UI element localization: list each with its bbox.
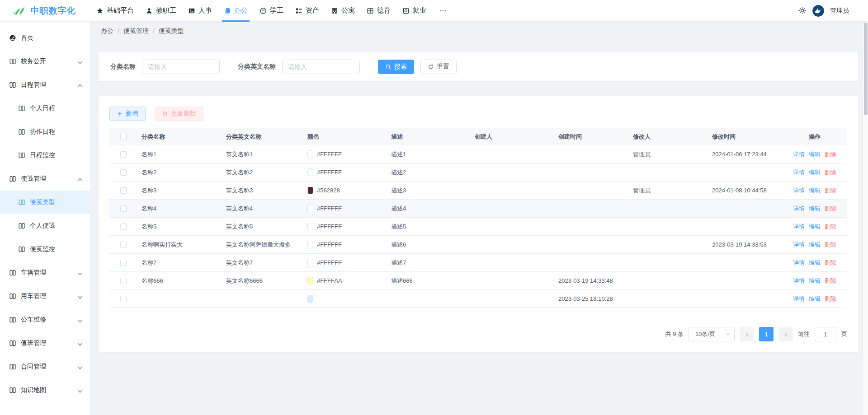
edit-link[interactable]: 编辑 xyxy=(809,277,821,285)
row-checkbox[interactable] xyxy=(120,278,127,284)
row-checkbox[interactable] xyxy=(120,169,127,176)
row-checkbox[interactable] xyxy=(120,151,127,158)
edit-link[interactable]: 编辑 xyxy=(809,150,821,159)
search-button[interactable]: 搜索 xyxy=(378,60,414,74)
row-checkbox[interactable] xyxy=(120,296,127,302)
color-swatch xyxy=(307,241,313,248)
nav-item-assets[interactable]: 资产 xyxy=(289,0,325,21)
delete-link[interactable]: 删除 xyxy=(825,295,836,303)
nav-item-apartment[interactable]: 公寓 xyxy=(325,0,361,21)
sidebar-item-duty-mgmt[interactable]: 值班管理 xyxy=(0,331,90,355)
nav-label: 资产 xyxy=(306,6,319,15)
delete-link[interactable]: 删除 xyxy=(825,223,836,231)
nav-item-hr[interactable]: 人事 xyxy=(182,0,218,21)
delete-link[interactable]: 删除 xyxy=(825,205,836,213)
nav-item-students[interactable]: 学工 xyxy=(254,0,289,21)
add-button[interactable]: 新增 xyxy=(109,107,146,121)
sidebar-item-school-affairs[interactable]: 校务公开 xyxy=(0,50,90,73)
sidebar-item-home[interactable]: 首页 xyxy=(0,26,90,50)
batch-delete-button[interactable]: 批量删除 xyxy=(155,107,203,121)
settings-gear-icon[interactable] xyxy=(798,6,807,15)
tree-list-icon xyxy=(295,7,302,14)
brand-logo[interactable]: 中职数字化 xyxy=(0,5,90,17)
sidebar-item-memo-monitor[interactable]: 便笺监控 xyxy=(0,238,90,261)
detail-link[interactable]: 详情 xyxy=(793,259,805,267)
delete-link[interactable]: 删除 xyxy=(825,277,836,285)
delete-link[interactable]: 删除 xyxy=(825,150,836,159)
row-checkbox[interactable] xyxy=(120,260,127,266)
detail-link[interactable]: 详情 xyxy=(793,277,805,285)
nav-item-staff[interactable]: 教职工 xyxy=(140,0,182,21)
nav-item-office[interactable]: 办公 xyxy=(218,0,254,21)
sidebar-item-memo-type[interactable]: 便笺类型 xyxy=(0,191,90,214)
sidebar-item-memo-mgmt[interactable]: 便笺管理 xyxy=(0,167,90,191)
sidebar-item-knowledge-map[interactable]: 知识地图 xyxy=(0,378,90,402)
page-number-1[interactable]: 1 xyxy=(759,327,774,341)
sidebar-item-personal-memo[interactable]: 个人便笺 xyxy=(0,214,90,238)
edit-link[interactable]: 编辑 xyxy=(809,205,821,213)
sidebar-item-car-use-mgmt[interactable]: 用车管理 xyxy=(0,284,90,308)
delete-link[interactable]: 删除 xyxy=(825,187,836,195)
book-icon xyxy=(18,246,25,253)
sidebar-item-schedule-mgmt[interactable]: 日程管理 xyxy=(0,73,90,97)
detail-link[interactable]: 详情 xyxy=(793,205,805,213)
reset-button[interactable]: 重置 xyxy=(420,60,457,74)
edit-link[interactable]: 编辑 xyxy=(809,259,821,267)
nav-label: 公寓 xyxy=(341,6,355,15)
page-size-select[interactable]: 10条/页 xyxy=(689,327,735,341)
select-all-checkbox[interactable] xyxy=(120,134,127,140)
delete-link[interactable]: 删除 xyxy=(825,259,836,267)
col-header-desc: 描述 xyxy=(387,133,470,141)
memo-type-table: 分类名称 分类英文名称 颜色 描述 创建人 创建时间 修改人 修改时间 操作 名… xyxy=(109,128,847,308)
sidebar-item-schedule-monitor[interactable]: 日程监控 xyxy=(0,144,90,167)
detail-link[interactable]: 详情 xyxy=(793,241,805,249)
edit-link[interactable]: 编辑 xyxy=(809,168,821,177)
nav-item-platform[interactable]: 基础平台 xyxy=(90,0,140,21)
user-avatar[interactable] xyxy=(812,5,824,17)
book-icon xyxy=(18,105,25,112)
table-row: 名称1 英文名称1 #FFFFFF 描述1 管理员 2024-01-06 17:… xyxy=(109,145,847,163)
nav-item-employment[interactable]: 就业 xyxy=(396,0,432,21)
user-name[interactable]: 管理员 xyxy=(830,7,849,15)
sidebar-item-bus-repair[interactable]: 公车维修 xyxy=(0,308,90,331)
nav-item-moral[interactable]: 德育 xyxy=(361,0,396,21)
row-checkbox[interactable] xyxy=(120,205,127,212)
nav-more-button[interactable] xyxy=(432,0,454,21)
book-icon xyxy=(9,316,16,323)
row-checkbox[interactable] xyxy=(120,224,127,230)
goto-page-input[interactable] xyxy=(815,327,836,341)
prev-page-button[interactable] xyxy=(740,327,754,341)
category-name-input[interactable] xyxy=(142,60,220,74)
breadcrumb-memo-mgmt[interactable]: 便笺管理 xyxy=(123,27,149,35)
scrollbar-thumb[interactable] xyxy=(864,23,868,115)
nav-label: 教职工 xyxy=(156,6,176,15)
book-icon xyxy=(18,152,25,159)
total-count: 共 9 条 xyxy=(665,330,684,338)
edit-link[interactable]: 编辑 xyxy=(809,223,821,231)
sidebar-item-vehicle-mgmt[interactable]: 车辆管理 xyxy=(0,261,90,284)
delete-link[interactable]: 删除 xyxy=(825,241,836,249)
detail-link[interactable]: 详情 xyxy=(793,295,805,303)
next-page-button[interactable] xyxy=(778,327,793,341)
navbar-right: 管理员 xyxy=(798,5,868,17)
edit-link[interactable]: 编辑 xyxy=(809,187,821,195)
cell-actions: 详情 编辑 删除 xyxy=(782,259,847,267)
sidebar-label: 公车维修 xyxy=(21,316,46,324)
row-checkbox[interactable] xyxy=(120,187,127,194)
detail-link[interactable]: 详情 xyxy=(793,168,805,177)
row-checkbox[interactable] xyxy=(120,242,127,248)
sidebar-item-personal-schedule[interactable]: 个人日程 xyxy=(0,97,90,120)
delete-link[interactable]: 删除 xyxy=(825,168,836,177)
breadcrumb-office[interactable]: 办公 xyxy=(101,27,113,35)
detail-link[interactable]: 详情 xyxy=(793,150,805,159)
detail-link[interactable]: 详情 xyxy=(793,223,805,231)
color-hex: #FFFFFF xyxy=(317,151,342,158)
cell-actions: 详情 编辑 删除 xyxy=(782,205,847,213)
category-en-name-label: 分类英文名称 xyxy=(238,63,276,71)
sidebar-item-collab-schedule[interactable]: 协作日程 xyxy=(0,120,90,144)
detail-link[interactable]: 详情 xyxy=(793,187,805,195)
edit-link[interactable]: 编辑 xyxy=(809,295,821,303)
edit-link[interactable]: 编辑 xyxy=(809,241,821,249)
category-en-name-input[interactable] xyxy=(282,60,360,74)
sidebar-item-contract-mgmt[interactable]: 合同管理 xyxy=(0,355,90,378)
